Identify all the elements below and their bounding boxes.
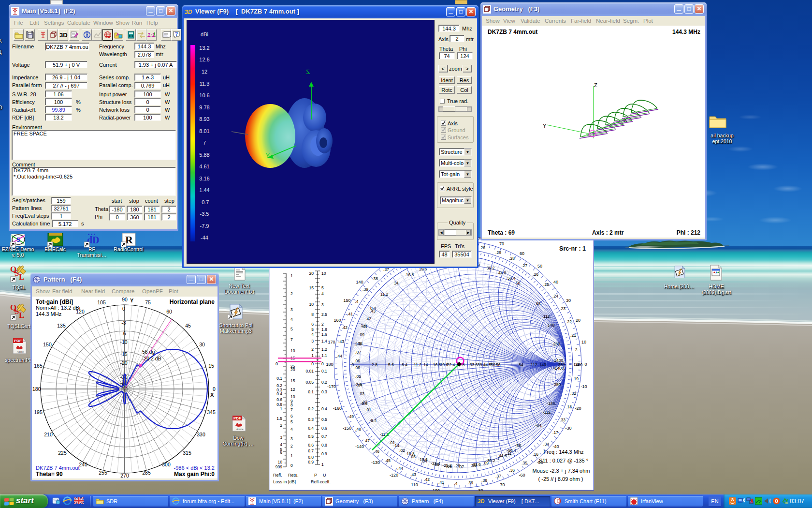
svg-text:7: 7 bbox=[290, 407, 293, 412]
svg-text:39.: 39. bbox=[478, 362, 483, 367]
svg-text:4: 4 bbox=[290, 317, 293, 322]
svg-text:-3: -3 bbox=[121, 320, 126, 326]
svg-text:-50.4: -50.4 bbox=[507, 448, 516, 453]
svg-text:Loss in [dB]: Loss in [dB] bbox=[273, 479, 296, 484]
svg-text:315: 315 bbox=[183, 450, 191, 456]
svg-text:.24: .24 bbox=[552, 294, 558, 299]
svg-text:?: ? bbox=[175, 31, 178, 37]
svg-text:.26: .26 bbox=[479, 245, 485, 250]
svg-text:1.6: 1.6 bbox=[321, 332, 327, 337]
svg-text:14.: 14. bbox=[394, 281, 400, 285]
svg-text:-10: -10 bbox=[120, 339, 127, 345]
svg-text:3D: 3D bbox=[478, 498, 484, 504]
svg-text:10: 10 bbox=[278, 460, 283, 464]
svg-text:0.8: 0.8 bbox=[321, 443, 327, 448]
svg-text:160: 160 bbox=[334, 318, 341, 323]
svg-text:5.6: 5.6 bbox=[388, 362, 394, 367]
svg-text:140: 140 bbox=[356, 280, 363, 284]
svg-text:0.3: 0.3 bbox=[321, 389, 327, 394]
svg-text:0.4: 0.4 bbox=[276, 391, 282, 396]
svg-text:.41: .41 bbox=[347, 312, 353, 316]
svg-text:.47: .47 bbox=[364, 438, 370, 443]
svg-text:4: 4 bbox=[280, 442, 282, 447]
svg-text:6: 6 bbox=[311, 322, 314, 327]
svg-text:.19: .19 bbox=[573, 376, 579, 381]
svg-text:0.01: 0.01 bbox=[305, 369, 314, 374]
svg-text:0.: 0. bbox=[351, 362, 355, 367]
svg-text:280.: 280. bbox=[553, 342, 562, 346]
svg-text:0: 0 bbox=[321, 361, 324, 366]
svg-text:-20: -20 bbox=[575, 406, 581, 411]
svg-text:Src-nr : 1: Src-nr : 1 bbox=[559, 245, 586, 252]
svg-text:84.: 84. bbox=[536, 301, 542, 306]
svg-text:.34: .34 bbox=[543, 442, 549, 447]
svg-text:330: 330 bbox=[197, 432, 205, 437]
svg-text:.42: .42 bbox=[424, 477, 430, 482]
svg-text:.38: .38 bbox=[372, 276, 378, 281]
svg-text:0.7: 0.7 bbox=[321, 434, 327, 439]
svg-text:.49: .49 bbox=[348, 414, 354, 419]
svg-text:3D: 3D bbox=[59, 31, 68, 39]
svg-text:0: 0 bbox=[584, 362, 587, 367]
svg-text:45: 45 bbox=[185, 323, 191, 329]
svg-text:.4: .4 bbox=[454, 481, 457, 486]
svg-text:7: 7 bbox=[290, 337, 293, 342]
svg-text:170: 170 bbox=[328, 340, 335, 344]
svg-text:44.8: 44.8 bbox=[498, 270, 507, 275]
svg-text:.41: .41 bbox=[438, 480, 444, 485]
svg-text:-25.2: -25.2 bbox=[442, 463, 452, 468]
svg-text:1: 1 bbox=[311, 353, 314, 358]
svg-text:-10: -10 bbox=[580, 384, 587, 389]
svg-text:Adobe: Adobe bbox=[17, 350, 24, 353]
svg-text:2: 2 bbox=[280, 423, 282, 428]
svg-text:-84.: -84. bbox=[536, 423, 543, 428]
svg-text:-140.: -140. bbox=[547, 401, 556, 406]
svg-text:6: 6 bbox=[280, 450, 282, 455]
svg-text:0.5: 0.5 bbox=[308, 434, 314, 439]
svg-text:0.5: 0.5 bbox=[321, 417, 327, 422]
svg-text:Mouse -2.3 + j 7.34 ohm: Mouse -2.3 + j 7.34 ohm bbox=[533, 468, 590, 474]
svg-text:285: 285 bbox=[142, 470, 151, 476]
svg-text:.42: .42 bbox=[365, 316, 371, 321]
svg-text:30: 30 bbox=[566, 298, 571, 303]
svg-text:2: 2 bbox=[290, 444, 293, 448]
svg-text:.07: .07 bbox=[355, 350, 361, 355]
svg-text:180: 180 bbox=[32, 386, 41, 392]
svg-text:3: 3 bbox=[280, 435, 282, 440]
svg-text:10: 10 bbox=[290, 348, 295, 353]
svg-text:-120: -120 bbox=[390, 473, 398, 478]
svg-text:S11 : 0.027 @ -135 °: S11 : 0.027 @ -135 ° bbox=[539, 458, 588, 463]
svg-text:Adobe: Adobe bbox=[236, 428, 244, 431]
svg-text:1: 1 bbox=[290, 453, 293, 458]
svg-text:60: 60 bbox=[520, 251, 524, 256]
svg-text:0.9: 0.9 bbox=[308, 460, 314, 464]
svg-text:3: 3 bbox=[290, 436, 293, 441]
svg-text:.21: .21 bbox=[570, 333, 576, 338]
svg-text:0: 0 bbox=[276, 361, 278, 366]
svg-text:PDF: PDF bbox=[14, 339, 22, 343]
svg-text:0.1: 0.1 bbox=[276, 376, 282, 381]
svg-text:255: 255 bbox=[99, 470, 107, 476]
svg-text:150: 150 bbox=[343, 298, 350, 303]
svg-text:0: 0 bbox=[213, 386, 216, 392]
svg-text:50: 50 bbox=[491, 362, 495, 367]
svg-text:210: 210 bbox=[44, 432, 53, 437]
svg-text:0: 0 bbox=[290, 463, 293, 468]
svg-text:180: 180 bbox=[326, 362, 333, 367]
svg-text:2.5: 2.5 bbox=[321, 312, 327, 317]
svg-text:56 dg: 56 dg bbox=[142, 349, 155, 355]
svg-text:-14.: -14. bbox=[393, 443, 401, 448]
svg-text:16.8: 16.8 bbox=[406, 272, 414, 277]
svg-text:90: 90 bbox=[122, 297, 128, 302]
svg-text:0.9: 0.9 bbox=[321, 451, 327, 456]
svg-text:20: 20 bbox=[576, 318, 580, 323]
svg-text:P: P bbox=[314, 473, 317, 478]
svg-text:40: 40 bbox=[553, 280, 558, 284]
svg-text:.46: .46 bbox=[374, 449, 379, 454]
svg-text:.17: .17 bbox=[552, 430, 558, 435]
svg-text:-70: -70 bbox=[498, 482, 505, 487]
svg-text:.22: .22 bbox=[566, 319, 572, 324]
svg-text:56.: 56. bbox=[516, 281, 522, 285]
svg-text:2: 2 bbox=[290, 291, 293, 296]
svg-text:.26: .26 bbox=[533, 272, 538, 277]
